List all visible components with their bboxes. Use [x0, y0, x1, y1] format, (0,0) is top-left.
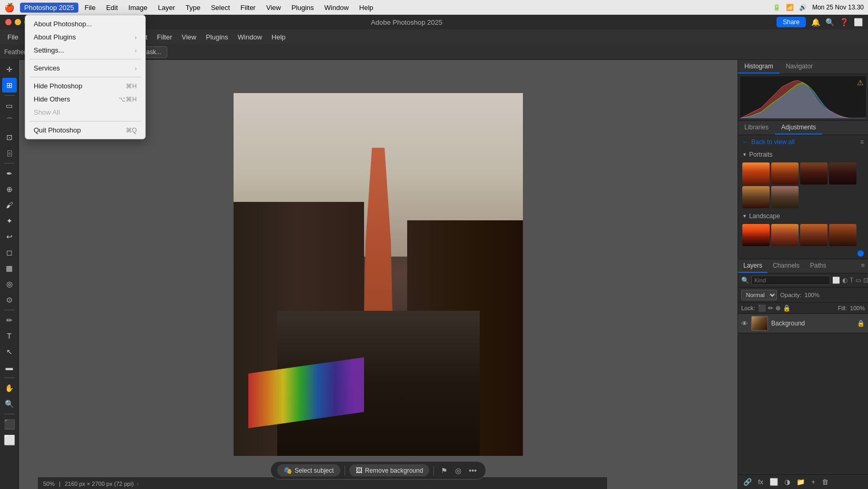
- remove-background-button[interactable]: 🖼 Remove background: [349, 464, 430, 476]
- lock-pixels-icon[interactable]: ⬛: [758, 304, 766, 312]
- menu-item-about-plugins[interactable]: About Plugins ›: [25, 30, 145, 44]
- clone-stamp-tool[interactable]: ✦: [2, 213, 17, 228]
- ps-menu-window[interactable]: Window: [234, 32, 266, 43]
- menubar-item-plugins[interactable]: Plugins: [287, 3, 318, 13]
- layer-visibility-icon[interactable]: 👁: [741, 320, 748, 328]
- adj-panel-menu-icon[interactable]: ≡: [860, 138, 864, 146]
- menu-item-about-photoshop[interactable]: About Photoshop...: [25, 17, 145, 30]
- landscape-thumb-4[interactable]: [829, 224, 856, 246]
- lock-all-icon[interactable]: 🔒: [783, 304, 791, 312]
- tab-paths[interactable]: Paths: [805, 259, 832, 273]
- close-button[interactable]: [5, 19, 12, 25]
- history-brush-tool[interactable]: ↩: [2, 229, 17, 244]
- create-group-icon[interactable]: 📁: [794, 477, 807, 487]
- ps-menu-plugins[interactable]: Plugins: [201, 32, 233, 43]
- layer-row-background[interactable]: 👁 Background 🔒: [738, 314, 868, 333]
- ps-menu-view[interactable]: View: [177, 32, 200, 43]
- portrait-thumb-2[interactable]: [771, 162, 799, 185]
- object-select-tool[interactable]: ⊡: [2, 130, 17, 145]
- tab-histogram[interactable]: Histogram: [738, 60, 780, 74]
- brush-tool[interactable]: 🖌: [2, 198, 17, 212]
- back-to-view-all-btn[interactable]: ← Back to view all ≡: [738, 135, 868, 149]
- foreground-color[interactable]: ⬛: [2, 417, 17, 432]
- menu-item-quit-photoshop[interactable]: Quit Photoshop ⌘Q: [25, 124, 145, 137]
- landscape-thumb-3[interactable]: [800, 224, 827, 246]
- tab-layers[interactable]: Layers: [738, 259, 768, 273]
- ps-menu-help[interactable]: Help: [267, 32, 290, 43]
- select-subject-button[interactable]: 🎭 Select subject: [277, 464, 340, 476]
- landscape-thumb-1[interactable]: [742, 224, 770, 246]
- floating-extra-btn-1[interactable]: ⚑: [438, 465, 450, 476]
- help-icon[interactable]: ❓: [840, 18, 849, 26]
- menu-item-settings[interactable]: Settings... ›: [25, 44, 145, 57]
- landscape-section-header[interactable]: ▼ Landscape: [738, 210, 868, 222]
- layer-filter-adjustment-icon[interactable]: ◐: [842, 277, 847, 284]
- zoom-tool[interactable]: 🔍: [2, 396, 17, 411]
- menubar-item-filter[interactable]: Filter: [236, 3, 260, 13]
- floating-more-btn[interactable]: •••: [466, 465, 479, 476]
- path-selection-tool[interactable]: ↖: [2, 344, 17, 359]
- tab-channels[interactable]: Channels: [768, 259, 805, 273]
- blur-tool[interactable]: ◎: [2, 277, 17, 291]
- layer-filter-type-icon[interactable]: T: [850, 277, 853, 284]
- tab-navigator[interactable]: Navigator: [780, 60, 819, 74]
- portrait-thumb-3[interactable]: [800, 162, 827, 185]
- blend-mode-select[interactable]: Normal Multiply Screen Overlay: [741, 290, 777, 300]
- pen-tool[interactable]: ✏: [2, 313, 17, 328]
- create-adjustment-icon[interactable]: ◑: [782, 477, 792, 487]
- tab-adjustments[interactable]: Adjustments: [775, 121, 822, 135]
- menubar-item-layer[interactable]: Layer: [154, 3, 179, 13]
- add-mask-icon[interactable]: ⬜: [768, 477, 780, 487]
- layer-filter-smart-icon[interactable]: ⊡: [863, 277, 868, 284]
- eraser-tool[interactable]: ◻: [2, 245, 17, 260]
- background-color[interactable]: ⬜: [2, 433, 17, 447]
- menubar-item-type[interactable]: Type: [181, 3, 205, 13]
- menu-item-hide-photoshop[interactable]: Hide Photoshop ⌘H: [25, 79, 145, 93]
- menubar-item-select[interactable]: Select: [207, 3, 234, 13]
- menubar-item-edit[interactable]: Edit: [102, 3, 122, 13]
- apple-menu-icon[interactable]: 🍎: [4, 3, 15, 13]
- layers-panel-menu-icon[interactable]: ≡: [857, 259, 868, 273]
- eyedropper-tool[interactable]: ✒: [2, 166, 17, 181]
- shape-tool[interactable]: ▬: [2, 360, 17, 375]
- portrait-thumb-1[interactable]: [742, 162, 770, 185]
- portrait-thumb-6[interactable]: [771, 186, 799, 208]
- layer-filter-shape-icon[interactable]: ▭: [855, 277, 861, 284]
- layer-filter-pixel-icon[interactable]: ⬜: [832, 277, 840, 284]
- notification-icon[interactable]: 🔔: [811, 18, 820, 26]
- share-button[interactable]: Share: [776, 17, 806, 27]
- marquee-tool[interactable]: ▭: [2, 98, 17, 113]
- ps-menu-filter[interactable]: Filter: [153, 32, 176, 43]
- menubar-item-help[interactable]: Help: [355, 3, 378, 13]
- dodge-tool[interactable]: ⊙: [2, 292, 17, 307]
- gradient-tool[interactable]: ▦: [2, 261, 17, 276]
- menu-item-services[interactable]: Services ›: [25, 62, 145, 75]
- menubar-item-image[interactable]: Image: [124, 3, 152, 13]
- lock-position-icon[interactable]: ✏: [768, 304, 773, 312]
- menubar-item-photoshop[interactable]: Photoshop 2025: [20, 3, 78, 13]
- move-tool[interactable]: ✛: [2, 62, 17, 77]
- menubar-item-file[interactable]: File: [80, 3, 100, 13]
- portrait-thumb-5[interactable]: [742, 186, 770, 208]
- hand-tool[interactable]: ✋: [2, 381, 17, 395]
- menu-item-hide-others[interactable]: Hide Others ⌥⌘H: [25, 93, 145, 106]
- delete-layer-icon[interactable]: 🗑: [820, 477, 831, 487]
- menubar-item-window[interactable]: Window: [320, 3, 353, 13]
- create-layer-icon[interactable]: +: [809, 477, 817, 487]
- floating-extra-btn-2[interactable]: ◎: [452, 465, 464, 476]
- lasso-tool[interactable]: ⌒: [2, 114, 17, 129]
- landscape-thumb-2[interactable]: [771, 224, 799, 246]
- portrait-thumb-4[interactable]: [829, 162, 856, 185]
- artboard-tool[interactable]: ⊞: [2, 78, 17, 93]
- panel-toggle-icon[interactable]: ⬜: [854, 18, 863, 26]
- tab-libraries[interactable]: Libraries: [738, 121, 775, 135]
- minimize-button[interactable]: [15, 19, 21, 25]
- crop-tool[interactable]: ⌻: [2, 146, 17, 160]
- search-icon[interactable]: 🔍: [825, 18, 834, 26]
- menubar-item-view[interactable]: View: [262, 3, 285, 13]
- lock-artboard-icon[interactable]: ⊕: [775, 304, 781, 312]
- type-tool[interactable]: T: [2, 329, 17, 343]
- layers-search-input[interactable]: [751, 276, 830, 285]
- spot-healing-tool[interactable]: ⊕: [2, 182, 17, 197]
- add-layer-style-icon[interactable]: fx: [756, 477, 765, 487]
